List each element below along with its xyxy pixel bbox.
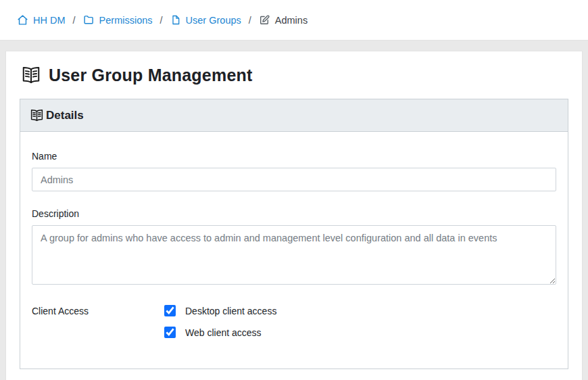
desktop-client-access-label: Desktop client access bbox=[185, 306, 276, 316]
breadcrumb-label: HH DM bbox=[33, 15, 66, 26]
client-access-options: Desktop client access Web client access bbox=[164, 305, 276, 338]
details-panel-title: Details bbox=[46, 109, 84, 122]
details-panel: Details Name Description A group for adm… bbox=[20, 99, 568, 369]
breadcrumb-item-user-groups[interactable]: User Groups bbox=[170, 14, 241, 26]
breadcrumb-item-permissions[interactable]: Permissions bbox=[83, 14, 153, 26]
description-field-group: Description A group for admins who have … bbox=[32, 208, 556, 285]
breadcrumb-item-hh-dm[interactable]: HH DM bbox=[17, 14, 66, 26]
book-icon bbox=[30, 108, 44, 122]
client-access-label: Client Access bbox=[32, 305, 164, 338]
breadcrumb-separator: / bbox=[73, 15, 76, 26]
name-label: Name bbox=[32, 151, 556, 162]
page-title-text: User Group Management bbox=[49, 66, 252, 85]
details-panel-header: Details bbox=[20, 99, 568, 132]
user-group-management-card: User Group Management Details Name Descr… bbox=[5, 51, 583, 380]
name-field-group: Name bbox=[32, 151, 556, 191]
breadcrumb-item-admins-current: Admins bbox=[259, 14, 308, 26]
breadcrumb: HH DM / Permissions / User Groups / Admi… bbox=[0, 0, 588, 41]
web-client-access-option[interactable]: Web client access bbox=[164, 327, 276, 338]
breadcrumb-separator: / bbox=[249, 15, 251, 26]
web-client-access-checkbox[interactable] bbox=[164, 327, 176, 338]
breadcrumb-label: Permissions bbox=[99, 15, 153, 26]
desktop-client-access-option[interactable]: Desktop client access bbox=[164, 305, 276, 316]
description-textarea[interactable]: A group for admins who have access to ad… bbox=[32, 225, 556, 285]
home-icon bbox=[17, 14, 28, 26]
client-access-row: Client Access Desktop client access Web … bbox=[32, 305, 556, 338]
page-title: User Group Management bbox=[21, 65, 568, 85]
edit-icon bbox=[259, 14, 270, 26]
description-label: Description bbox=[32, 208, 556, 219]
breadcrumb-label: Admins bbox=[275, 15, 308, 26]
breadcrumb-label: User Groups bbox=[186, 15, 241, 26]
book-icon bbox=[21, 65, 41, 85]
folder-icon bbox=[83, 14, 95, 26]
desktop-client-access-checkbox[interactable] bbox=[164, 305, 176, 316]
web-client-access-label: Web client access bbox=[185, 327, 262, 338]
details-panel-body: Name Description A group for admins who … bbox=[20, 132, 568, 369]
name-input[interactable] bbox=[32, 168, 556, 191]
breadcrumb-separator: / bbox=[160, 15, 163, 26]
file-icon bbox=[170, 14, 181, 26]
